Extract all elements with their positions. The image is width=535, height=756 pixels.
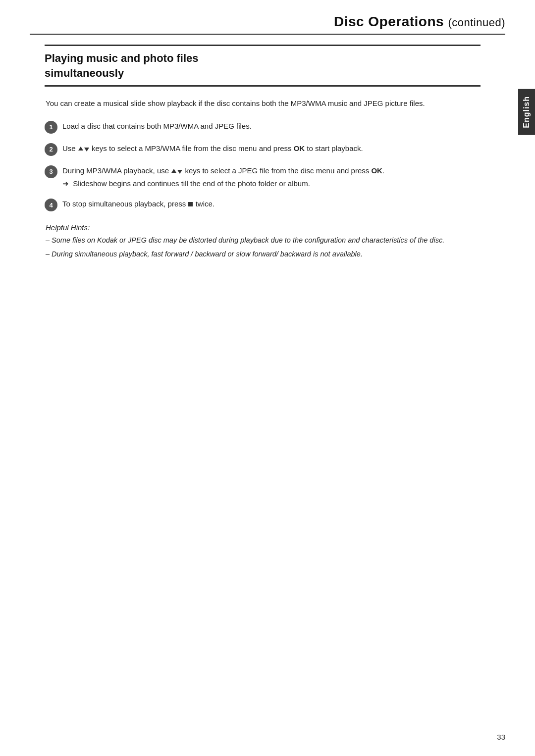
section-title: Playing music and photo files simultaneo…	[45, 51, 481, 80]
step-1-content: Load a disc that contains both MP3/WMA a…	[62, 120, 481, 132]
page-container: Disc Operations (continued) English Play…	[0, 0, 535, 756]
triangle-up-icon-2	[171, 169, 176, 173]
intro-paragraph: You can create a musical slide show play…	[46, 98, 481, 109]
triangle-down-icon	[84, 148, 89, 151]
section-title-block: Playing music and photo files simultaneo…	[45, 45, 481, 87]
language-tab-label: English	[522, 96, 531, 128]
page-header: Disc Operations (continued)	[30, 14, 505, 35]
step-4-number: 4	[45, 199, 57, 211]
main-content: Playing music and photo files simultaneo…	[45, 45, 481, 726]
step-1-number: 1	[45, 121, 57, 134]
step-3-content: During MP3/WMA playback, use keys to sel…	[62, 165, 481, 190]
triangle-down-icon-2	[177, 170, 182, 174]
step-2-content: Use keys to select a MP3/WMA file from t…	[62, 143, 481, 154]
page-title: Disc Operations (continued)	[334, 14, 505, 30]
helpful-hints-title: Helpful Hints:	[46, 223, 481, 232]
stop-icon	[188, 202, 193, 206]
title-continued: (continued)	[448, 16, 505, 29]
page-number: 33	[497, 733, 505, 741]
step-4: 4 To stop simultaneous playback, press t…	[45, 198, 481, 211]
section-title-line2: simultaneously	[45, 67, 124, 79]
step-2-number: 2	[45, 143, 57, 156]
helpful-hints-section: Helpful Hints: – Some files on Kodak or …	[46, 223, 481, 259]
triangle-up-icon	[78, 147, 83, 151]
step-1: 1 Load a disc that contains both MP3/WMA…	[45, 120, 481, 134]
step-3: 3 During MP3/WMA playback, use keys to s…	[45, 165, 481, 190]
steps-container: 1 Load a disc that contains both MP3/WMA…	[45, 120, 481, 212]
step-3-number: 3	[45, 165, 57, 178]
title-main: Disc Operations	[334, 14, 444, 29]
section-title-line1: Playing music and photo files	[45, 52, 199, 64]
step-4-content: To stop simultaneous playback, press twi…	[62, 198, 481, 209]
language-tab: English	[518, 89, 535, 135]
arrow-icon: ➜	[62, 179, 69, 188]
step-2: 2 Use keys to select a MP3/WMA file from…	[45, 143, 481, 156]
helpful-hints-note-1: – Some files on Kodak or JPEG disc may b…	[46, 235, 481, 246]
helpful-hints-note-2: – During simultaneous playback, fast for…	[46, 249, 481, 260]
step-3-note: ➜ Slideshow begins and continues till th…	[62, 178, 481, 190]
